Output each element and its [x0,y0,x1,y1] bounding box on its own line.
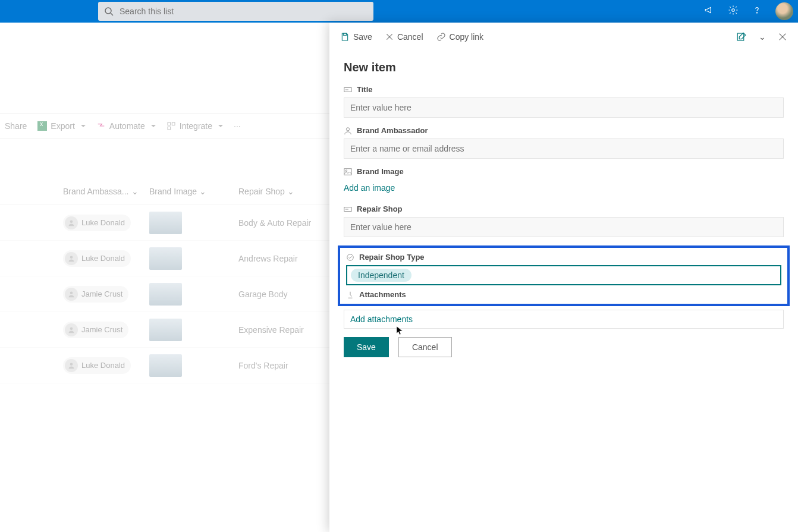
field-brand-image: Brand Image Add an image [344,167,784,196]
repairshop-input[interactable] [344,217,784,237]
field-title-label: Title [357,85,373,94]
cancel-button[interactable]: Cancel [398,337,452,357]
repairtype-choice-input[interactable]: Independent [346,265,781,285]
edit-form-button[interactable] [736,32,747,42]
field-repairtype-label: Repair Shop Type [359,253,425,262]
field-image-label: Brand Image [357,167,404,176]
repairtype-chip[interactable]: Independent [351,269,411,282]
search-icon [104,7,114,16]
megaphone-icon[interactable] [704,5,715,18]
field-repair-shop-type: Repair Shop Type Independent [346,253,781,285]
svg-point-3 [756,12,757,13]
chevron-down-icon: ⌄ [759,32,766,42]
avatar[interactable] [775,2,793,20]
link-icon [436,32,446,42]
panel-cancel-command[interactable]: Cancel [385,32,423,42]
svg-point-2 [732,9,735,12]
save-button[interactable]: Save [344,337,389,357]
panel-title: New item [344,61,784,74]
panel-toolbar: Save Cancel Copy link ⌄ [329,23,798,51]
field-attachments-label: Attachments [359,290,406,299]
ambassador-input[interactable] [344,138,784,159]
highlight-repair-shop-type: Repair Shop Type Independent Attachments [338,245,790,306]
title-input[interactable] [344,97,784,118]
field-attachments: Add attachments [344,310,784,329]
panel-cancel-label: Cancel [397,32,423,42]
svg-point-0 [105,8,111,14]
svg-rect-12 [343,33,346,35]
form-dropdown[interactable]: ⌄ [759,32,766,42]
close-icon [385,33,394,41]
panel-copylink-command[interactable]: Copy link [436,32,484,42]
add-attachments-box[interactable]: Add attachments [344,310,784,329]
suite-header [0,0,798,23]
field-repair-shop: Repair Shop [344,204,784,237]
svg-point-20 [346,127,349,130]
svg-line-1 [111,13,113,15]
search-input[interactable] [120,7,367,16]
save-icon [340,32,350,42]
add-attachments-link[interactable]: Add attachments [350,314,413,324]
add-image-link[interactable]: Add an image [344,180,395,196]
field-ambassador: Brand Ambassador [344,126,784,159]
panel-copylink-label: Copy link [450,32,484,42]
panel-close-button[interactable] [778,32,787,42]
panel-save-command[interactable]: Save [340,32,372,42]
svg-point-25 [347,254,354,260]
help-icon[interactable] [752,5,762,18]
suite-header-right [704,2,793,20]
new-item-panel: Save Cancel Copy link ⌄ New item Title [329,23,798,532]
field-ambassador-label: Brand Ambassador [357,126,428,135]
gear-icon[interactable] [728,5,739,18]
panel-save-label: Save [353,32,372,42]
svg-rect-21 [344,168,351,175]
search-box[interactable] [98,2,373,21]
field-repairshop-label: Repair Shop [357,204,403,213]
svg-point-22 [345,169,347,171]
field-title: Title [344,85,784,118]
